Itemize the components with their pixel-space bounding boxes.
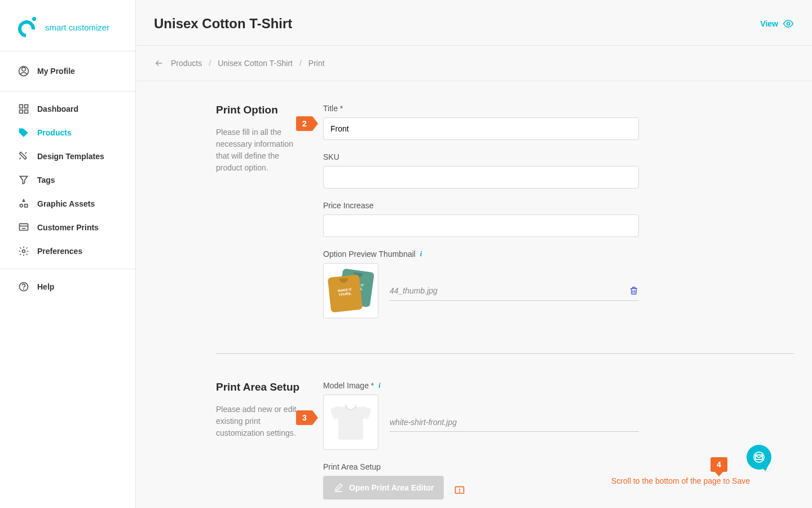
step-marker-3: 3 [296,410,313,425]
svg-point-18 [460,492,460,492]
nav-label: Design Templates [37,152,104,161]
pencil-icon [333,483,343,493]
info-icon[interactable]: i [420,249,422,259]
svg-rect-5 [25,110,28,113]
nav-label: Graphic Assets [37,199,95,208]
breadcrumb-leaf: Print [308,59,325,68]
dashboard-icon [18,103,29,115]
svg-rect-9 [20,224,28,230]
design-icon [18,151,29,162]
svg-point-7 [20,204,23,207]
model-preview[interactable] [323,395,378,450]
svg-rect-3 [25,105,28,108]
eye-icon [783,18,794,29]
sku-input[interactable] [323,166,639,189]
main: Unisex Cotton T-Shirt View Products / Un… [136,0,812,508]
step-marker-2: 2 [296,116,313,131]
prints-icon [18,222,29,233]
breadcrumb: Products / Unisex Cotton T-Shirt / Print [136,46,812,81]
page-header: Unisex Cotton T-Shirt View [136,0,812,46]
tag-icon [18,127,29,138]
filter-icon [18,174,29,186]
section-desc: Please add new or edit existing print cu… [216,404,301,439]
price-input[interactable] [323,214,639,237]
brand-name: smart customizer [45,23,109,32]
setup-label: Print Area Setup [323,462,639,471]
nav-label: Dashboard [37,104,78,113]
svg-point-0 [22,67,26,71]
chat-fab[interactable] [747,445,771,470]
back-arrow-icon[interactable] [154,58,164,68]
nav-label: My Profile [37,67,75,76]
view-label: View [760,19,778,28]
model-label: Model Image * i [323,381,639,390]
model-filename: white-shirt-front.jpg [390,418,457,427]
breadcrumb-root[interactable]: Products [171,59,202,68]
delete-thumb-button[interactable] [629,286,639,296]
nav-label: Help [37,282,54,291]
sidebar-item-design-templates[interactable]: Design Templates [0,144,135,168]
svg-point-15 [787,23,790,25]
sidebar-item-products[interactable]: Products [0,121,135,144]
save-hint-text: Scroll to the bottom of the page to Save [611,476,750,485]
gear-icon [18,246,29,257]
trash-icon [629,286,639,296]
page-title: Unisex Cotton T-Shirt [154,16,292,32]
sidebar-item-profile[interactable]: My Profile [0,59,135,83]
alert-icon [454,485,465,496]
svg-point-14 [24,289,24,290]
logo-icon [18,17,38,37]
mail-icon [752,450,766,464]
svg-point-6 [21,130,23,132]
sku-label: SKU [323,152,639,161]
sidebar-item-help[interactable]: Help [0,275,135,299]
nav-label: Tags [37,176,55,185]
assets-icon [18,198,29,209]
section-desc: Please fill in all the necessary informa… [216,126,301,174]
svg-rect-4 [20,110,23,113]
sidebar-item-customer-prints[interactable]: Customer Prints [0,216,135,239]
sidebar-item-dashboard[interactable]: Dashboard [0,97,135,121]
open-print-area-editor-button[interactable]: Open Print Area Editor [323,476,444,500]
help-icon [18,281,29,292]
user-icon [18,65,29,77]
svg-point-12 [23,250,25,253]
breadcrumb-product[interactable]: Unisex Cotton T-Shirt [218,59,293,68]
sidebar-item-tags[interactable]: Tags [0,168,135,192]
title-label: Title * [323,104,639,113]
step-marker-4-badge: 4 [710,457,727,472]
nav-label: Customer Prints [37,223,99,232]
thumb-preview[interactable]: MAKE ITYOURS. MAKE ITYOURS. [323,263,378,318]
svg-rect-8 [25,204,28,207]
price-label: Price Increase [323,201,639,210]
nav-label: Preferences [37,247,82,256]
sidebar-item-preferences[interactable]: Preferences [0,239,135,263]
thumb-filename: 44_thumb.jpg [390,286,438,295]
section-title: Print Option [216,104,301,116]
view-button[interactable]: View [760,18,794,29]
info-icon[interactable]: i [378,381,381,390]
section-print-option: Print Option Please fill in all the nece… [154,104,794,353]
title-input[interactable] [323,117,639,140]
section-title: Print Area Setup [216,381,301,393]
nav-label: Products [37,128,72,137]
sidebar: smart customizer My Profile Dashboard [0,0,136,508]
thumb-label: Option Preview Thumbnail i [323,249,639,259]
brand-logo[interactable]: smart customizer [0,0,135,51]
sidebar-item-graphic-assets[interactable]: Graphic Assets [0,192,135,216]
svg-rect-2 [20,105,23,108]
